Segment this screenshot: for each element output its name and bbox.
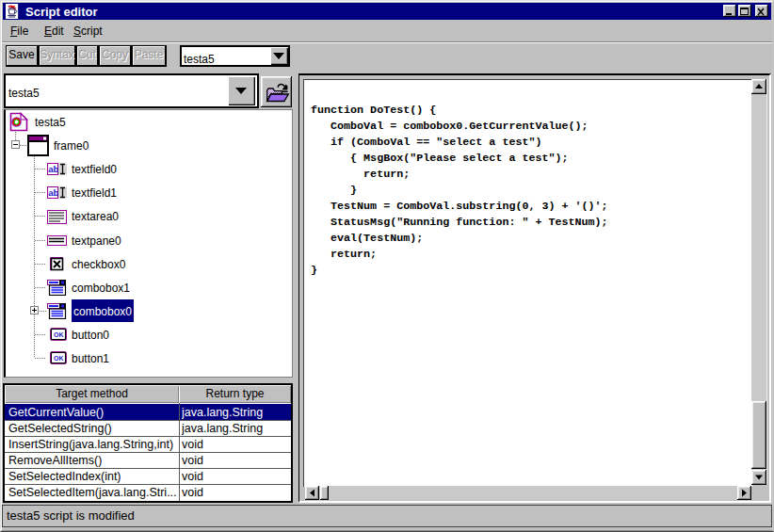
svg-text:OK: OK [54, 331, 64, 338]
svg-text:ab: ab [48, 187, 58, 198]
svg-text:OK: OK [54, 355, 64, 362]
svg-text:ab: ab [48, 164, 58, 174]
